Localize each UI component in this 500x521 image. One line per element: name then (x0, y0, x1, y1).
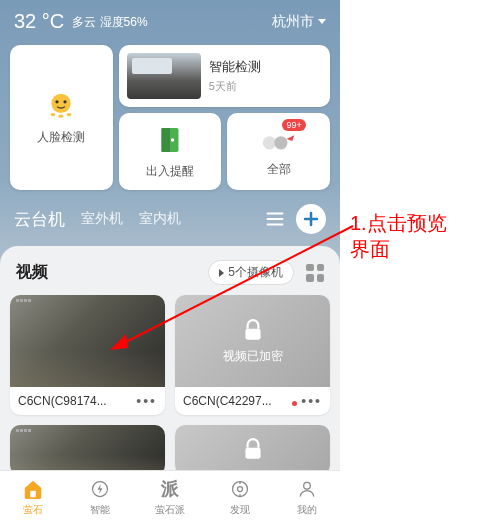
all-icon: 99+ (260, 125, 298, 155)
card-face-detect[interactable]: 人脸检测 (10, 45, 113, 190)
brand-icon (16, 299, 31, 302)
weather-block[interactable]: 32 °C 多云 湿度56% (14, 10, 148, 33)
alert-dot-icon (292, 401, 297, 406)
svg-rect-7 (161, 128, 170, 152)
video-card[interactable]: C6CN(C98174... ••• (10, 295, 165, 415)
video-header: 视频 5个摄像机 (10, 256, 330, 295)
menu-icon[interactable] (264, 208, 286, 230)
play-icon (219, 269, 224, 277)
camera-name: C6CN(C98174... (18, 394, 107, 408)
tab-outdoor[interactable]: 室外机 (81, 210, 123, 228)
video-card[interactable] (175, 425, 330, 475)
encrypted-label: 视频已加密 (223, 348, 283, 365)
svg-point-10 (274, 136, 287, 149)
tab-ptz[interactable]: 云台机 (14, 208, 65, 231)
home-icon (21, 477, 45, 501)
svg-point-8 (171, 138, 174, 141)
card-label: 全部 (267, 161, 291, 178)
brand-icon (16, 429, 31, 432)
nav-label: 发现 (230, 503, 250, 517)
card-smart-detect[interactable]: 智能检测 5天前 (119, 45, 330, 107)
video-preview-locked[interactable]: 视频已加密 (175, 295, 330, 387)
nav-discover[interactable]: 发现 (228, 477, 252, 517)
video-card[interactable] (10, 425, 165, 475)
chevron-down-icon (318, 19, 326, 24)
bolt-icon (88, 477, 112, 501)
nav-yingshi[interactable]: 萤石 (21, 477, 45, 517)
feature-cards: 人脸检测 智能检测 5天前 出入提醒 9 (0, 39, 340, 196)
nav-label: 萤石派 (155, 503, 185, 517)
city-label: 杭州市 (272, 13, 314, 31)
device-tabs: 云台机 室外机 室内机 (0, 196, 340, 246)
video-preview-locked[interactable] (175, 425, 330, 475)
card-entry-alert[interactable]: 出入提醒 (119, 113, 222, 190)
svg-point-5 (59, 115, 64, 118)
svg-rect-12 (245, 448, 260, 459)
card-all[interactable]: 99+ 全部 (227, 113, 330, 190)
svg-point-2 (64, 100, 67, 103)
badge-count: 99+ (282, 119, 305, 131)
nav-mine[interactable]: 我的 (295, 477, 319, 517)
video-preview[interactable] (10, 295, 165, 387)
detect-thumbnail (127, 53, 201, 99)
video-section: 视频 5个摄像机 C6CN(C98174... ••• (0, 246, 340, 475)
top-bar: 32 °C 多云 湿度56% 杭州市 (0, 0, 340, 39)
svg-point-16 (237, 487, 242, 492)
more-icon[interactable]: ••• (292, 393, 322, 409)
city-selector[interactable]: 杭州市 (272, 13, 326, 31)
add-button[interactable] (296, 204, 326, 234)
nav-label: 萤石 (23, 503, 43, 517)
pi-icon: 派 (158, 477, 182, 501)
camera-name: C6CN(C42297... (183, 394, 272, 408)
layout-toggle-icon[interactable] (306, 264, 324, 282)
svg-point-17 (303, 482, 310, 489)
svg-point-9 (263, 136, 276, 149)
annotation-text: 1.点击预览 界面 (350, 210, 447, 262)
plus-icon (303, 211, 319, 227)
svg-point-0 (52, 94, 71, 113)
nav-label: 智能 (90, 503, 110, 517)
video-grid: C6CN(C98174... ••• 视频已加密 C6CN(C42297... … (10, 295, 330, 415)
video-card[interactable]: 视频已加密 C6CN(C42297... ••• (175, 295, 330, 415)
svg-rect-13 (31, 491, 37, 497)
card-subtitle: 5天前 (209, 79, 261, 94)
svg-point-4 (67, 113, 72, 116)
discover-icon (228, 477, 252, 501)
weather-meta: 多云 湿度56% (72, 14, 147, 31)
card-label: 人脸检测 (37, 129, 85, 146)
annotation-line1: 1.点击预览 (350, 210, 447, 236)
video-title: 视频 (16, 262, 48, 283)
lock-icon (240, 318, 266, 344)
more-icon[interactable]: ••• (136, 393, 157, 409)
svg-point-1 (56, 100, 59, 103)
card-label: 出入提醒 (146, 163, 194, 180)
user-icon (295, 477, 319, 501)
camera-count-label: 5个摄像机 (228, 264, 283, 281)
phone-frame: 32 °C 多云 湿度56% 杭州市 人脸检测 智能检测 5天前 (0, 0, 340, 521)
door-icon (153, 123, 187, 157)
bottom-nav: 萤石 智能 派 萤石派 发现 我的 (0, 470, 340, 521)
nav-smart[interactable]: 智能 (88, 477, 112, 517)
svg-point-3 (51, 113, 56, 116)
card-title: 智能检测 (209, 58, 261, 76)
nav-yspi[interactable]: 派 萤石派 (155, 477, 185, 517)
video-preview[interactable] (10, 425, 165, 475)
tab-indoor[interactable]: 室内机 (139, 210, 181, 228)
video-grid-partial (10, 425, 330, 475)
camera-count-button[interactable]: 5个摄像机 (208, 260, 294, 285)
temperature: 32 °C (14, 10, 64, 33)
face-icon (45, 89, 77, 121)
annotation-line2: 界面 (350, 236, 447, 262)
svg-rect-11 (245, 328, 260, 339)
lock-icon (240, 437, 266, 463)
nav-label: 我的 (297, 503, 317, 517)
